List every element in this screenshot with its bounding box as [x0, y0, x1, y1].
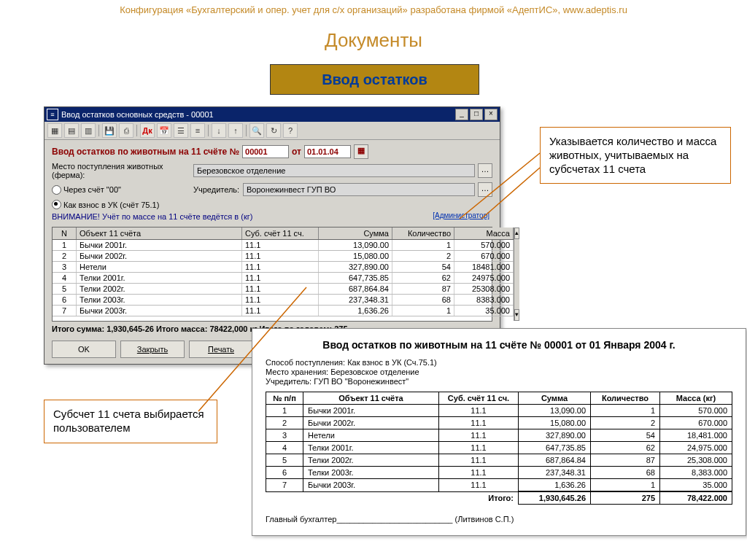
radio-account-00[interactable] [52, 185, 61, 195]
report-row: 1Бычки 2001г.11.113,090.001570.000 [266, 405, 732, 417]
toolbar-paste-icon[interactable]: ▥ [81, 123, 96, 138]
report-preview: Ввод остатков по животным на 11 счёте № … [252, 328, 746, 536]
section-badge: Ввод остатков [270, 64, 479, 95]
report-row: 7Бычки 2003г.11.11,636.26135.000 [266, 479, 732, 492]
mass-hint: ВНИМАНИЕ! Учёт по массе на 11 счёте ведё… [52, 212, 492, 221]
signature-line: Главный бухгалтер_______________________… [266, 515, 732, 524]
col-qty[interactable]: Количество [392, 228, 454, 239]
from-label: от [292, 147, 301, 157]
radio-uk-label: Как взнос в УК (счёт 75.1) [63, 201, 159, 209]
maximize-button[interactable]: □ [470, 109, 483, 120]
report-row: 5Телки 2002г.11.1687,864.848725,308.000 [266, 454, 732, 467]
report-title: Ввод остатков по животным на 11 счёте № … [266, 339, 732, 351]
grid-scrollbar[interactable]: ▴ ▾ [514, 228, 519, 321]
report-method: Способ поступления: Как взнос в УК (Сч.7… [266, 358, 732, 367]
titlebar[interactable]: ≡ Ввод остатков основных средств - 00001… [44, 107, 500, 122]
toolbar-find-icon[interactable]: 🔍 [249, 123, 264, 138]
table-row[interactable]: 1Бычки 2001г.11.113,090.001570.000 [53, 240, 514, 251]
place-lookup-button[interactable]: … [478, 163, 492, 178]
toolbar-list-icon[interactable]: ≡ [190, 123, 205, 138]
rcol-obj: Объект 11 счёта [303, 392, 439, 405]
founder-field[interactable]: Воронежинвест ГУП ВО [243, 183, 475, 196]
close-button[interactable]: × [484, 109, 498, 120]
admin-link[interactable]: [Администратор] [433, 211, 489, 219]
date-picker-button[interactable]: ▦ [354, 144, 368, 159]
report-place: Место хранения: Березовское отделение [266, 368, 732, 376]
toolbar-save-icon[interactable]: 💾 [102, 123, 117, 138]
scroll-up-icon[interactable]: ▴ [514, 228, 519, 239]
toolbar-tree-icon[interactable]: ☰ [174, 123, 188, 138]
toolbar: ▦ ▤ ▥ 💾 ⎙ Дк 📅 ☰ ≡ ↓ ↑ 🔍 ↻ ? [44, 122, 500, 140]
toolbar-new-icon[interactable]: ▦ [47, 123, 62, 138]
report-row: 6Телки 2003г.11.1237,348.31688,383.000 [266, 467, 732, 479]
report-row: 2Бычки 2002г.11.115,080.002670.000 [266, 417, 732, 429]
toolbar-calendar-icon[interactable]: 📅 [157, 123, 171, 138]
report-total-row: Итого:1,930,645.2627578,422.000 [266, 491, 732, 505]
table-row[interactable]: 6Телки 2003г.11.1237,348.31688383.000 [53, 295, 514, 306]
rcol-n: № п/п [266, 392, 303, 405]
toolbar-help-icon[interactable]: ? [283, 123, 298, 138]
toolbar-down-icon[interactable]: ↓ [212, 123, 226, 138]
toolbar-refresh-icon[interactable]: ↻ [266, 123, 281, 138]
table-row[interactable]: 7Бычки 2003г.11.11,636.26135.000 [53, 306, 514, 316]
report-row: 3Нетели11.1327,890.005418,481.000 [266, 429, 732, 442]
col-object[interactable]: Объект 11 счёта [77, 228, 242, 239]
col-subaccount[interactable]: Суб. счёт 11 сч. [242, 228, 319, 239]
toolbar-dr-icon[interactable]: Дк [140, 123, 155, 138]
app-icon: ≡ [47, 109, 58, 120]
rcol-qty: Количество [591, 392, 660, 405]
toolbar-copy-icon[interactable]: ▤ [64, 123, 79, 138]
toolbar-print-icon[interactable]: ⎙ [119, 123, 133, 138]
doc-heading: Ввод остатков по животным на 11 счёте № … [52, 144, 492, 159]
table-row[interactable]: 3Нетели11.1327,890.005418481.000 [53, 262, 514, 273]
minimize-button[interactable]: _ [455, 109, 468, 120]
window-title: Ввод остатков основных средств - 00001 [61, 110, 214, 119]
scroll-down-icon[interactable]: ▾ [514, 309, 519, 321]
callout-subaccount: Субсчет 11 счета выбирается пользователе… [44, 400, 217, 443]
rcol-sum: Сумма [519, 392, 591, 405]
col-n[interactable]: N [53, 228, 77, 239]
top-attribution: Конфигурация «Бухгалтерский и опер. учет… [0, 4, 747, 15]
toolbar-up-icon[interactable]: ↑ [228, 123, 243, 138]
table-row[interactable]: 4Телки 2001г.11.1647,735.856224975.000 [53, 273, 514, 284]
place-field[interactable]: Березовское отделение [193, 164, 475, 177]
radio-00-label: Через счёт "00" [63, 185, 121, 194]
founder-lookup-button[interactable]: … [478, 182, 492, 197]
table-row[interactable]: 2Бычки 2002г.11.115,080.002670.000 [53, 251, 514, 262]
heading-text: Ввод остатков по животным на 11 счёте № [52, 147, 239, 157]
doc-number-input[interactable]: 00001 [242, 145, 289, 158]
close-doc-button[interactable]: Закрыть [120, 341, 185, 358]
page-title: Документы [0, 29, 747, 52]
rcol-mass: Масса (кг) [660, 392, 732, 405]
doc-date-input[interactable]: 01.01.04 [304, 145, 351, 158]
app-window: ≡ Ввод остатков основных средств - 00001… [44, 106, 500, 365]
rcol-sub: Суб. счёт 11 сч. [439, 392, 519, 405]
col-mass[interactable]: Масса [454, 228, 514, 239]
report-row: 4Телки 2001г.11.1647,735.856224,975.000 [266, 442, 732, 454]
ok-button[interactable]: OK [52, 341, 116, 358]
callout-qty-mass: Указывается количество и масса животных,… [540, 127, 731, 184]
founder-label: Учредитель: [193, 185, 240, 194]
print-button[interactable]: Печать [189, 341, 253, 358]
table-row[interactable]: 5Телки 2002г.11.1687,864.848725308.000 [53, 284, 514, 295]
radio-uk[interactable] [52, 200, 61, 209]
report-table: № п/п Объект 11 счёта Суб. счёт 11 сч. С… [266, 392, 732, 505]
place-label: Место поступления животных (ферма): [52, 162, 190, 179]
report-founder: Учредитель: ГУП ВО "Воронежинвест" [266, 377, 732, 386]
col-sum[interactable]: Сумма [319, 228, 392, 239]
items-grid[interactable]: N Объект 11 счёта Суб. счёт 11 сч. Сумма… [52, 227, 492, 322]
